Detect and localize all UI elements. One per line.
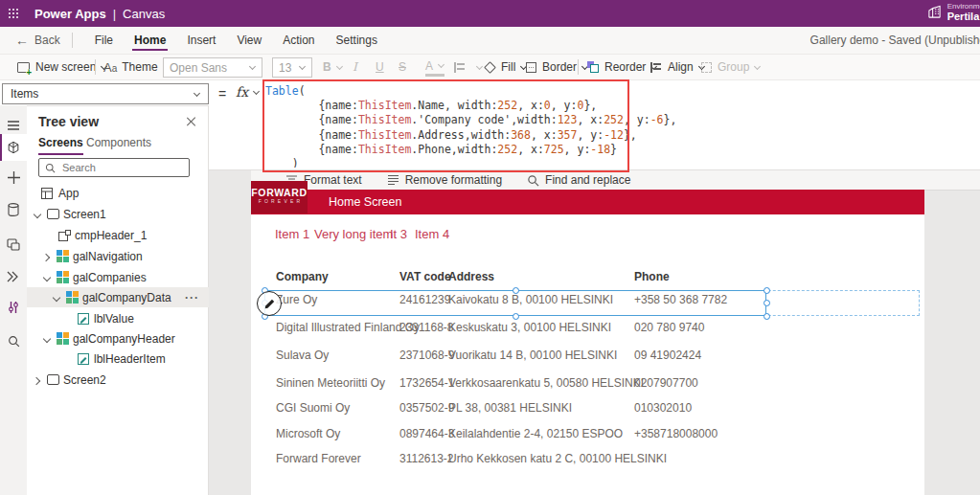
nav-item-1[interactable]: Item 1 [275, 227, 309, 241]
tree-item-screen1[interactable]: Screen1 [27, 204, 209, 224]
property-select[interactable]: Items [2, 83, 209, 104]
table-header-row: Company VAT code Address Phone [251, 270, 924, 283]
chevron-down-icon [194, 91, 200, 98]
resize-handle[interactable] [763, 300, 770, 306]
waffle-menu-icon[interactable] [0, 0, 27, 27]
app-header-banner: FORWARD FOREVER Home Screen [251, 190, 924, 214]
col-header-company: Company [276, 270, 329, 283]
equals-sign: = [218, 86, 226, 101]
strikethrough-button[interactable]: S [399, 55, 406, 79]
close-icon[interactable] [185, 115, 198, 128]
search-input[interactable] [60, 161, 183, 174]
menu-file[interactable]: File [84, 27, 124, 54]
menu-action[interactable]: Action [272, 27, 325, 54]
tab-components[interactable]: Components [86, 136, 151, 153]
table-row[interactable]: Microsoft Oy 0897464-3 Keilalahdentie 2-… [251, 427, 924, 440]
table-row[interactable]: Zure Oy 24161239 Kaivokatu 8 B, 00100 HE… [251, 293, 924, 306]
gallery-icon [56, 250, 69, 263]
border-button[interactable]: Border [526, 55, 588, 79]
environment-icon [927, 5, 942, 19]
remove-formatting-icon [387, 174, 399, 186]
bold-button[interactable]: B [323, 55, 343, 79]
col-header-phone: Phone [634, 270, 670, 283]
tree-item-galcompanyheader[interactable]: galCompanyHeader [27, 328, 209, 349]
font-color-button[interactable]: A [425, 57, 444, 77]
tree-item-lblheaderitem[interactable]: lblHeaderItem [27, 349, 209, 369]
power-automate-icon[interactable] [0, 264, 27, 289]
tree-item-screen2[interactable]: Screen2 [27, 370, 209, 390]
chevron-down-icon[interactable] [42, 273, 52, 282]
formula-footer-bar: Format text Remove formatting Find and r… [251, 170, 980, 191]
align-button[interactable]: Align [650, 55, 705, 79]
formula-editor[interactable]: Table( {name:ThisItem.Name, width:252, x… [265, 84, 976, 168]
chevron-down-icon [476, 64, 483, 71]
group-button[interactable]: Group [701, 55, 761, 79]
reorder-button[interactable]: Reorder [587, 55, 657, 79]
label-icon [77, 352, 90, 366]
tree-item-galcompanies[interactable]: galCompanies [27, 267, 209, 287]
fill-button[interactable]: Fill [485, 55, 527, 79]
data-icon[interactable] [0, 197, 27, 222]
table-row[interactable]: Forward Forever 3112613-2 Urho Kekkosen … [251, 452, 924, 465]
nav-item-3[interactable]: It 3 [390, 227, 407, 241]
search-rail-icon[interactable] [0, 328, 27, 353]
chevron-right-icon[interactable] [42, 252, 52, 261]
tree-search[interactable] [38, 158, 190, 177]
left-icon-rail [0, 105, 27, 495]
environment-switcher[interactable]: Environme Pertila ( [927, 1, 980, 22]
screen-title: Home Screen [329, 195, 401, 209]
menu-home[interactable]: Home [124, 27, 176, 54]
font-size-select[interactable]: 13 [272, 57, 312, 78]
remove-formatting-button[interactable]: Remove formatting [387, 173, 502, 187]
tree-item-lblvalue[interactable]: lblValue [27, 308, 209, 328]
table-row[interactable]: Sininen Meteoriitti Oy 1732654-1 Verkkos… [251, 376, 924, 390]
tree-item-galcompanydata[interactable]: galCompanyData ··· [27, 287, 209, 307]
screen-icon [46, 208, 59, 221]
table-row[interactable]: CGI Suomi Oy 0357502-9 PL 38, 00381 HELS… [251, 401, 924, 415]
resize-handle[interactable] [763, 287, 770, 294]
chevron-down-icon[interactable] [33, 210, 42, 219]
group-icon [701, 62, 712, 73]
menu-settings[interactable]: Settings [326, 27, 388, 54]
tree-item-cmpheader[interactable]: cmpHeader_1 [27, 225, 209, 245]
align-icon [650, 62, 662, 73]
table-row[interactable]: Sulava Oy 2371068-9 Vuorikatu 14 B, 0010… [251, 349, 924, 362]
resize-handle[interactable] [513, 313, 519, 320]
col-header-address: Address [448, 270, 494, 283]
table-row[interactable]: Digital Illustrated Finland Oy 2331168-8… [251, 321, 924, 334]
find-replace-button[interactable]: Find and replace [527, 173, 630, 187]
italic-button[interactable]: I [353, 55, 357, 79]
nav-item-2[interactable]: Very long item [314, 227, 393, 241]
menu-view[interactable]: View [226, 27, 272, 54]
tree-item-app[interactable]: App [27, 183, 209, 203]
back-button[interactable]: ←Back [15, 33, 60, 48]
fx-button[interactable]: fx [236, 84, 260, 100]
save-status: Gallery demo - Saved (Unpublishe [810, 27, 980, 55]
nav-item-4[interactable]: Item 4 [415, 227, 449, 241]
title-bar: Power Apps|Canvas Environme Pertila ( [0, 0, 980, 27]
tree-view-icon[interactable] [0, 134, 27, 161]
label-icon [77, 312, 90, 326]
insert-icon[interactable] [0, 165, 27, 190]
tab-screens[interactable]: Screens [38, 136, 83, 155]
border-icon [526, 62, 536, 73]
media-icon[interactable] [0, 232, 27, 257]
back-arrow-icon: ← [15, 33, 29, 48]
gallery-icon [56, 271, 69, 284]
font-family-select[interactable]: Open Sans [163, 57, 262, 78]
search-icon [527, 174, 539, 187]
variables-icon[interactable] [0, 295, 27, 320]
underline-button[interactable]: U [376, 55, 384, 79]
chevron-right-icon[interactable] [33, 375, 42, 385]
menu-insert[interactable]: Insert [176, 27, 226, 54]
more-options-icon[interactable]: ··· [185, 291, 199, 304]
chevron-down-icon [754, 64, 761, 71]
text-align-button[interactable] [454, 55, 483, 79]
theme-button[interactable]: AaTheme [103, 55, 170, 79]
chevron-down-icon[interactable] [52, 293, 61, 303]
chevron-down-icon[interactable] [42, 334, 52, 344]
edit-gallery-pencil-icon[interactable] [257, 291, 282, 316]
tree-item-galnavigation[interactable]: galNavigation [27, 246, 209, 266]
resize-handle[interactable] [513, 287, 519, 294]
resize-handle[interactable] [763, 313, 770, 320]
